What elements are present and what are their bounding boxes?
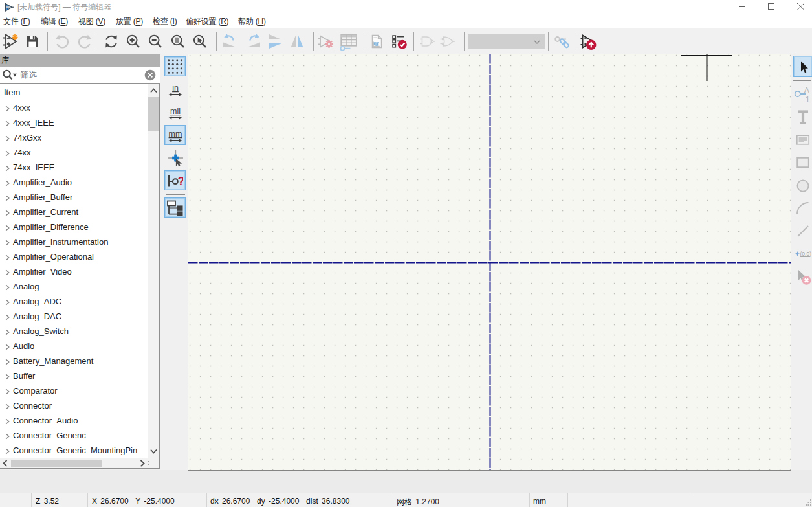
chevron-right-icon <box>5 403 10 410</box>
library-tree-row[interactable]: Analog_DAC <box>0 310 148 324</box>
chevron-right-icon <box>5 299 10 306</box>
library-tree-row[interactable]: Amplifier_Current <box>0 205 148 220</box>
export-symbol-icon <box>580 34 597 50</box>
erc-button[interactable] <box>391 34 407 49</box>
library-name: Analog_DAC <box>13 311 61 321</box>
demorgan-alternate-button[interactable] <box>440 34 455 49</box>
grid-toggle-button[interactable] <box>164 56 186 76</box>
save-button[interactable] <box>25 34 40 49</box>
units-mils-button[interactable]: mil <box>164 102 186 122</box>
library-tree-row[interactable]: Audio <box>0 339 148 354</box>
menu-view[interactable]: 视图 (V) <box>78 16 105 28</box>
library-tree-row[interactable]: Connector_Audio <box>0 414 148 429</box>
library-search-box[interactable]: 筛选 <box>0 67 160 83</box>
pin-table-button[interactable] <box>340 34 356 49</box>
library-tree-row[interactable]: 74xx <box>0 146 148 161</box>
anchor-tool-button[interactable]: (0,0) <box>793 243 812 264</box>
library-tree-row[interactable]: Analog <box>0 280 148 295</box>
units-mil-icon: mil <box>168 105 183 120</box>
rectangle-tool-button[interactable] <box>793 152 812 172</box>
menu-file[interactable]: 文件 (F) <box>3 16 30 28</box>
rotate-cw-button[interactable] <box>245 34 261 49</box>
menu-help[interactable]: 帮助 (H) <box>238 16 266 28</box>
status-units: mm <box>533 497 546 506</box>
tree-hscroll-thumb[interactable] <box>11 460 102 467</box>
sync-pins-button[interactable] <box>554 34 570 49</box>
zoom-fit-button[interactable] <box>170 34 186 49</box>
library-tree-row[interactable]: 4xxx <box>0 101 148 116</box>
tree-vscroll-thumb[interactable] <box>148 97 159 131</box>
text-tool-button[interactable] <box>793 107 812 127</box>
select-tool-button[interactable] <box>793 56 812 77</box>
close-button[interactable] <box>790 0 811 14</box>
scroll-left-icon[interactable] <box>3 460 8 467</box>
units-mm-button[interactable]: mm <box>164 125 186 145</box>
new-symbol-button[interactable] <box>3 34 18 49</box>
tree-vertical-scrollbar[interactable] <box>148 84 159 458</box>
mirror-horizontal-button[interactable] <box>290 34 305 49</box>
menu-label: 检查 <box>153 17 168 26</box>
units-inches-button[interactable]: in <box>164 79 186 99</box>
menu-preferences[interactable]: 偏好设置 (R) <box>186 16 228 28</box>
library-tree-row[interactable]: Amplifier_Buffer <box>0 190 148 205</box>
demorgan-standard-button[interactable] <box>419 34 435 49</box>
statusbar-separator <box>393 493 393 507</box>
library-tree-row[interactable]: Amplifier_Audio <box>0 175 148 190</box>
chevron-right-icon <box>5 135 10 142</box>
library-tree-row[interactable]: 74xx_IEEE <box>0 161 148 175</box>
menu-edit[interactable]: 编辑 (E) <box>41 16 68 28</box>
zoom-out-button[interactable] <box>148 34 163 49</box>
refresh-button[interactable] <box>104 34 119 49</box>
library-tree-row[interactable]: Buffer <box>0 369 148 384</box>
line-tool-button[interactable] <box>793 221 812 241</box>
library-tree-row[interactable]: Battery_Management <box>0 354 148 369</box>
maximize-button[interactable] <box>761 0 782 14</box>
textbox-tool-button[interactable] <box>793 130 812 150</box>
undo-button[interactable] <box>54 34 70 49</box>
sync-pins-icon <box>554 34 570 49</box>
library-tree-row[interactable]: Amplifier_Video <box>0 265 148 280</box>
menu-inspect[interactable]: 检查 (I) <box>153 16 177 28</box>
minimize-button[interactable] <box>732 0 752 14</box>
library-tree: Item 4xxx 4xxx_IEEE 74xGxx 74xx 74xx_IEE… <box>0 84 148 458</box>
redo-button[interactable] <box>77 34 93 49</box>
canvas-drawing <box>188 54 791 470</box>
cursor-shape-button[interactable] <box>164 148 186 168</box>
library-tree-row[interactable]: Amplifier_Instrumentation <box>0 235 148 250</box>
status-cursor-position: X 26.6700 Y -25.4000 <box>92 497 175 506</box>
library-tree-row[interactable]: Amplifier_Operational <box>0 250 148 265</box>
symbol-properties-button[interactable] <box>318 34 334 49</box>
scroll-up-icon[interactable] <box>150 88 157 93</box>
library-tree-row[interactable]: Analog_Switch <box>0 324 148 339</box>
rotate-ccw-button[interactable] <box>223 34 238 49</box>
zoom-selection-button[interactable] <box>192 34 208 49</box>
zoom-in-button[interactable] <box>126 34 141 49</box>
chevron-right-icon <box>5 106 10 112</box>
library-tree-row[interactable]: 74xGxx <box>0 131 148 146</box>
library-tree-row[interactable]: Connector_Generic_MountingPin <box>0 444 148 458</box>
circle-tool-button[interactable] <box>793 175 812 196</box>
scroll-right-icon[interactable] <box>140 460 145 467</box>
scroll-down-icon[interactable] <box>150 449 157 454</box>
library-tree-row[interactable]: Connector_Generic <box>0 429 148 444</box>
unit-selector[interactable] <box>468 34 545 49</box>
clear-search-icon[interactable] <box>144 69 156 81</box>
delete-tool-button[interactable] <box>793 266 812 286</box>
library-tree-toggle-button[interactable] <box>164 197 186 218</box>
arc-tool-button[interactable] <box>793 198 812 218</box>
library-tree-row[interactable]: 4xxx_IEEE <box>0 116 148 131</box>
library-tree-row[interactable]: Amplifier_Difference <box>0 220 148 235</box>
export-symbol-button[interactable] <box>580 34 596 49</box>
editor-canvas[interactable] <box>188 54 791 471</box>
menu-place[interactable]: 放置 (P) <box>116 16 143 28</box>
zoom-fit-icon <box>170 34 186 49</box>
library-tree-row[interactable]: Analog_ADC <box>0 295 148 310</box>
show-hidden-pins-button[interactable]: ? <box>164 170 186 190</box>
pin-tool-button[interactable]: A 1 <box>793 84 812 104</box>
library-tree-row[interactable]: Comparator <box>0 384 148 399</box>
chevron-right-icon <box>5 165 10 172</box>
mirror-vertical-button[interactable] <box>268 34 283 49</box>
datasheet-button[interactable] <box>369 34 384 49</box>
statusbar-separator <box>529 493 530 507</box>
library-tree-row[interactable]: Connector <box>0 399 148 414</box>
